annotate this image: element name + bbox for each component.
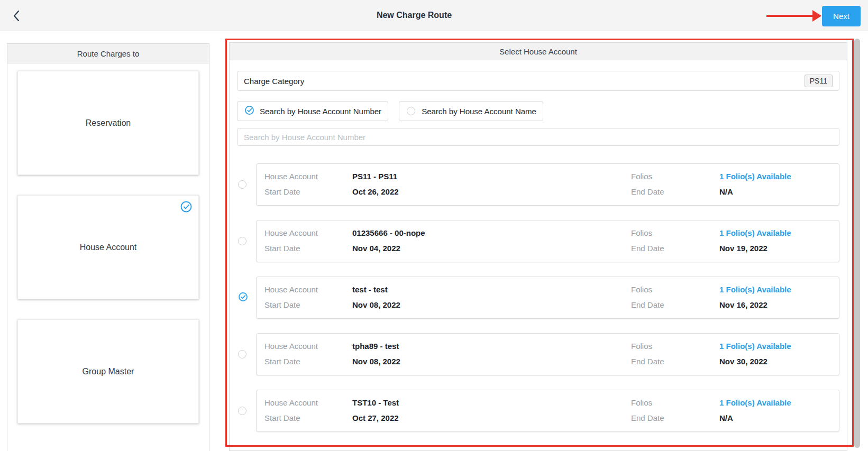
folios-label: Folios — [631, 285, 719, 294]
route-charges-options: Reservation House Account Group Master — [7, 63, 209, 451]
house-account-label: House Account — [264, 398, 352, 407]
house-account-value: TST10 - Test — [352, 398, 631, 407]
house-account-card[interactable]: House Account tpha89 - test Folios 1 Fol… — [256, 333, 839, 375]
charge-category-value-chip: PS11 — [805, 75, 833, 87]
account-card-row: Start Date Nov 04, 2022 End Date Nov 19,… — [264, 244, 839, 253]
page-title: New Charge Route — [377, 11, 452, 20]
account-card-row: Start Date Nov 08, 2022 End Date Nov 16,… — [264, 300, 839, 309]
end-date-label: End Date — [631, 413, 719, 422]
annotation-arrow-icon — [812, 10, 821, 22]
house-account-label: House Account — [264, 285, 352, 294]
top-bar: New Charge Route Next — [0, 0, 868, 31]
next-button[interactable]: Next — [822, 6, 861, 26]
account-card-row: House Account 01235666 - 00-nope Folios … — [264, 228, 839, 237]
house-account-card[interactable]: House Account 01235666 - 00-nope Folios … — [256, 220, 839, 262]
radio-unchecked-icon — [238, 407, 246, 415]
charge-category-field[interactable]: Charge Category PS11 — [237, 71, 839, 91]
account-card-row: House Account TST10 - Test Folios 1 Foli… — [264, 398, 839, 407]
new-charge-route-screen: New Charge Route Next Route Charges to R… — [0, 0, 868, 451]
start-date-label: Start Date — [264, 357, 352, 366]
start-date-label: Start Date — [264, 244, 352, 253]
house-account-row: House Account 01235666 - 00-nope Folios … — [237, 220, 839, 262]
folios-available-link[interactable]: 1 Folio(s) Available — [719, 228, 839, 237]
route-target-card[interactable]: House Account — [17, 195, 199, 299]
folios-available-link[interactable]: 1 Folio(s) Available — [719, 172, 839, 181]
house-account-row: House Account TST10 - Test Folios 1 Foli… — [237, 390, 839, 432]
house-account-row: House Account PS11 - PS11 Folios 1 Folio… — [237, 163, 839, 206]
folios-available-link[interactable]: 1 Folio(s) Available — [719, 285, 839, 294]
start-date-value: Oct 27, 2022 — [352, 413, 631, 422]
house-account-radio[interactable] — [237, 406, 256, 416]
select-house-account-panel: Select House Account Charge Category PS1… — [229, 42, 847, 451]
house-account-card[interactable]: House Account test - test Folios 1 Folio… — [256, 277, 839, 319]
house-account-card[interactable]: House Account TST10 - Test Folios 1 Foli… — [256, 390, 839, 432]
radio-indicator[interactable] — [244, 106, 254, 116]
start-date-label: Start Date — [264, 187, 352, 196]
end-date-value: N/A — [719, 413, 839, 422]
house-account-radio[interactable] — [237, 292, 256, 303]
folios-label: Folios — [631, 172, 719, 181]
folios-available-link[interactable]: 1 Folio(s) Available — [719, 398, 839, 407]
route-charges-panel: Route Charges to Reservation House Accou… — [7, 43, 209, 451]
radio-checked-icon — [238, 292, 248, 304]
radio-unchecked-icon — [407, 107, 415, 115]
end-date-label: End Date — [631, 357, 719, 366]
select-house-account-title: Select House Account — [230, 43, 847, 60]
house-account-label: House Account — [264, 172, 352, 181]
account-card-row: House Account PS11 - PS11 Folios 1 Folio… — [264, 172, 839, 181]
start-date-label: Start Date — [264, 300, 352, 309]
end-date-label: End Date — [631, 244, 719, 253]
folios-label: Folios — [631, 342, 719, 351]
end-date-value: N/A — [719, 187, 839, 196]
house-account-card[interactable]: House Account PS11 - PS11 Folios 1 Folio… — [256, 163, 839, 206]
vertical-scrollbar-thumb[interactable] — [854, 39, 860, 448]
search-mode-option[interactable]: Search by House Account Name — [399, 101, 543, 121]
house-account-radio[interactable] — [237, 236, 256, 246]
end-date-label: End Date — [631, 300, 719, 309]
account-card-row: Start Date Oct 27, 2022 End Date N/A — [264, 413, 839, 422]
account-card-row: House Account test - test Folios 1 Folio… — [264, 285, 839, 294]
radio-indicator[interactable] — [406, 106, 416, 116]
account-card-row: House Account tpha89 - test Folios 1 Fol… — [264, 342, 839, 351]
start-date-label: Start Date — [264, 413, 352, 422]
house-account-value: 01235666 - 00-nope — [352, 228, 631, 237]
search-mode-label: Search by House Account Name — [422, 107, 536, 116]
radio-unchecked-icon — [238, 180, 246, 189]
chevron-left-icon — [13, 10, 20, 22]
house-account-label: House Account — [264, 228, 352, 237]
search-mode-option[interactable]: Search by House Account Number — [237, 101, 388, 121]
charge-category-label: Charge Category — [244, 77, 805, 86]
account-card-row: Start Date Oct 26, 2022 End Date N/A — [264, 187, 839, 196]
route-target-card[interactable]: Group Master — [17, 319, 199, 424]
search-mode-row: Search by House Account Number Search by… — [237, 101, 839, 121]
check-circle-icon — [180, 200, 193, 215]
end-date-value: Nov 16, 2022 — [719, 300, 839, 309]
search-mode-label: Search by House Account Number — [260, 107, 381, 116]
house-account-radio[interactable] — [237, 349, 256, 360]
end-date-value: Nov 19, 2022 — [719, 244, 839, 253]
route-charges-panel-title: Route Charges to — [7, 44, 209, 63]
back-button[interactable] — [7, 7, 25, 25]
house-account-value: tpha89 - test — [352, 342, 631, 351]
house-account-row: House Account tpha89 - test Folios 1 Fol… — [237, 333, 839, 375]
house-account-radio[interactable] — [237, 179, 256, 190]
end-date-value: Nov 30, 2022 — [719, 357, 839, 366]
account-card-row: Start Date Nov 08, 2022 End Date Nov 30,… — [264, 357, 839, 366]
folios-label: Folios — [631, 398, 719, 407]
route-target-label: Group Master — [83, 367, 134, 376]
end-date-label: End Date — [631, 187, 719, 196]
house-account-label: House Account — [264, 342, 352, 351]
start-date-value: Oct 26, 2022 — [352, 187, 631, 196]
route-target-label: House Account — [80, 243, 137, 252]
radio-unchecked-icon — [238, 350, 246, 358]
house-account-value: PS11 - PS11 — [352, 172, 631, 181]
start-date-value: Nov 08, 2022 — [352, 300, 631, 309]
folios-available-link[interactable]: 1 Folio(s) Available — [719, 342, 839, 351]
route-target-label: Reservation — [86, 118, 131, 128]
radio-unchecked-icon — [238, 237, 246, 245]
annotation-arrow-line — [766, 15, 815, 17]
house-account-value: test - test — [352, 285, 631, 294]
route-target-card[interactable]: Reservation — [17, 71, 199, 175]
search-input[interactable] — [237, 128, 839, 146]
start-date-value: Nov 08, 2022 — [352, 357, 631, 366]
